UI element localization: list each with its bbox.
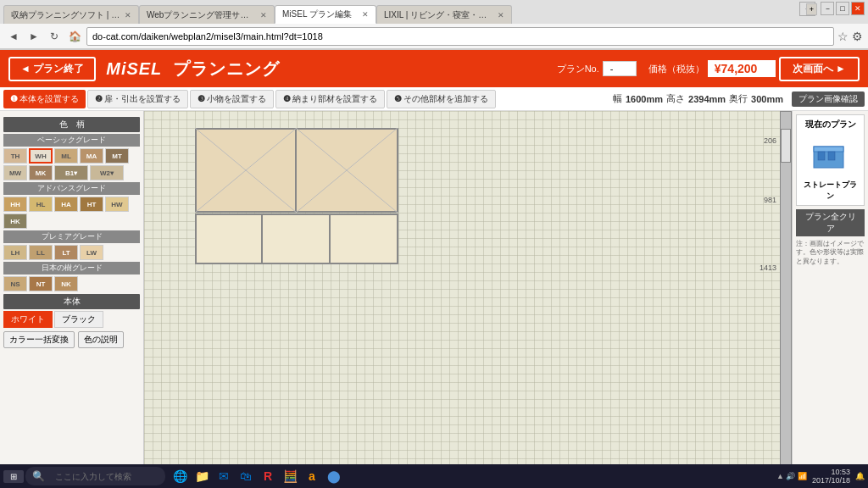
chip-LT[interactable]: LT <box>54 245 78 260</box>
tab-3-close[interactable]: ✕ <box>362 10 369 19</box>
body-tab-white[interactable]: ホワイト <box>3 311 53 328</box>
new-tab-btn[interactable]: + <box>806 3 817 15</box>
step-3[interactable]: ❸ 小物を設置する <box>190 90 274 108</box>
chip-MK[interactable]: MK <box>29 165 53 180</box>
chip-NS[interactable]: NS <box>3 276 27 291</box>
plan-image-button[interactable]: プラン画像確認 <box>792 92 865 107</box>
unit-bot-3[interactable] <box>331 214 398 264</box>
maximize-button[interactable]: □ <box>836 2 849 15</box>
chip-MA[interactable]: MA <box>80 148 103 164</box>
tab-4[interactable]: LIXIL | リビング・寝室・居室 ✕ <box>376 5 512 24</box>
taskbar: ⊞ 🔍 🌐 📁 ✉ 🛍 R 🧮 a ⬤ ▲ 🔊 📶 10:53 2017/10/… <box>0 464 868 488</box>
label-981: 981 <box>764 196 776 204</box>
unit-top-right[interactable] <box>297 128 398 213</box>
tab-4-close[interactable]: ✕ <box>498 11 504 19</box>
notification-icon[interactable]: 🔔 <box>855 472 865 480</box>
step-5[interactable]: ❺ その他部材を追加する <box>387 90 496 108</box>
scrollbar-vertical[interactable] <box>780 111 792 488</box>
star-icon[interactable]: ☆ <box>837 30 849 43</box>
step-2[interactable]: ❷ 扉・引出を設置する <box>87 90 188 108</box>
app-header: ◄ プラン終了 MiSEL プランニング プランNo. - 価格（税抜） ¥74… <box>0 50 868 87</box>
taskbar-icon-mail[interactable]: ✉ <box>214 467 233 485</box>
advance-grade-title: アドバンスグレード <box>3 182 140 195</box>
tab-1-close[interactable]: ✕ <box>125 11 131 19</box>
chip-WH[interactable]: WH <box>29 148 53 164</box>
tab-1[interactable]: 収納プランニングソフト | Pr... ✕ <box>3 5 139 24</box>
address-bar: ◄ ► ↻ 🏠 ☆ ⚙ <box>0 24 868 49</box>
chip-MW[interactable]: MW <box>3 165 27 180</box>
unit-bot-1[interactable] <box>195 214 263 264</box>
chip-HW[interactable]: HW <box>105 197 129 212</box>
unit-bot-2[interactable] <box>263 214 331 264</box>
japan-grade-title: 日本の樹グレード <box>3 262 140 274</box>
chip-NT[interactable]: NT <box>29 276 53 291</box>
minimize-button[interactable]: － <box>821 2 834 15</box>
step-1[interactable]: ❶ 本体を設置する <box>3 90 86 108</box>
taskbar-icon-blue[interactable]: ⬤ <box>325 467 343 485</box>
label-1413: 1413 <box>760 263 776 272</box>
chip-HL[interactable]: HL <box>29 197 53 212</box>
address-input[interactable] <box>86 27 834 46</box>
chip-HK[interactable]: HK <box>3 214 27 229</box>
plan-clear-button[interactable]: プラン全クリア <box>796 209 865 236</box>
tab-2[interactable]: Webプランニング管理サイト ✕ <box>139 5 275 24</box>
chip-LL[interactable]: LL <box>29 245 53 260</box>
chip-LW[interactable]: LW <box>80 245 103 260</box>
chip-ML[interactable]: ML <box>54 148 78 164</box>
chip-HA[interactable]: HA <box>54 197 78 212</box>
taskbar-icon-folder[interactable]: 📁 <box>192 467 211 485</box>
unit-top-left[interactable] <box>195 128 297 213</box>
basic-grade-title: ベーシックグレード <box>3 134 140 147</box>
search-icon: 🔍 <box>32 470 45 482</box>
chip-NK[interactable]: NK <box>54 276 78 291</box>
taskbar-icon-edge[interactable]: 🌐 <box>170 467 189 485</box>
main-content: 色 柄 ベーシックグレード TH WH ML MA MT MW MK B1▾ W… <box>0 111 868 488</box>
refresh-button[interactable]: ↻ <box>46 28 63 45</box>
home-button[interactable]: 🏠 <box>66 28 83 45</box>
forward-button[interactable]: ► <box>25 28 42 45</box>
plan-end-button[interactable]: ◄ プラン終了 <box>8 57 96 81</box>
taskbar-icon-amazon[interactable]: a <box>303 467 321 485</box>
start-button[interactable]: ⊞ <box>3 470 24 483</box>
chip-TH[interactable]: TH <box>3 148 27 164</box>
chip-LH[interactable]: LH <box>3 245 27 260</box>
settings-icon[interactable]: ⚙ <box>852 30 863 43</box>
dim-info: 幅 1600mm 高さ 2394mm 奥行 300mm プラン画像確認 <box>613 92 865 107</box>
chip-B1[interactable]: B1▾ <box>54 165 88 180</box>
scrollbar-v-thumb[interactable] <box>781 129 791 163</box>
plan-type-label: ストレートプラン <box>800 180 860 202</box>
basic-color-grid: TH WH ML MA MT MW MK B1▾ W2▾ <box>3 148 140 180</box>
taskbar-search[interactable] <box>48 467 159 485</box>
chip-MT[interactable]: MT <box>105 148 129 164</box>
advance-color-grid: HH HL HA HT HW HK <box>3 197 140 229</box>
bottom-units <box>195 214 398 264</box>
search-area[interactable]: 🔍 <box>25 467 165 485</box>
tab-3-active[interactable]: MiSEL プラン編集 ✕ <box>275 5 376 24</box>
canvas-area[interactable]: 206 981 1413 574 800 3822 <box>144 111 792 488</box>
step-4[interactable]: ❹ 納まり部材を設置する <box>275 90 385 108</box>
current-plan-label: 現在のプラン <box>800 119 860 130</box>
color-explain-btn[interactable]: 色の説明 <box>78 331 124 348</box>
tab-bar: 収納プランニングソフト | Pr... ✕ Webプランニング管理サイト ✕ M… <box>0 0 868 24</box>
right-panel: 現在のプラン ストレートプラン プラン全クリア 注：画面はイメージです。色や形状… <box>792 111 868 488</box>
premium-color-grid: LH LL LT LW <box>3 245 140 260</box>
taskbar-right: ▲ 🔊 📶 10:53 2017/10/18 🔔 <box>776 468 865 485</box>
body-section-title: 本体 <box>3 294 140 309</box>
taskbar-icon-calc[interactable]: 🧮 <box>281 467 299 485</box>
taskbar-icon-r[interactable]: R <box>259 467 277 485</box>
label-206: 206 <box>764 136 776 145</box>
chip-HT[interactable]: HT <box>80 197 103 212</box>
top-units <box>195 128 398 213</box>
svg-rect-6 <box>818 152 825 160</box>
tab-2-close[interactable]: ✕ <box>260 11 267 19</box>
chip-W2[interactable]: W2▾ <box>90 165 124 180</box>
close-button[interactable]: ✕ <box>851 2 865 15</box>
next-button[interactable]: 次画面へ ► <box>779 57 860 81</box>
browser-chrome: 収納プランニングソフト | Pr... ✕ Webプランニング管理サイト ✕ M… <box>0 0 868 50</box>
taskbar-icon-store[interactable]: 🛍 <box>236 467 255 485</box>
color-bulk-btn[interactable]: カラー一括変換 <box>3 331 75 348</box>
chip-HH[interactable]: HH <box>3 197 27 212</box>
back-button[interactable]: ◄ <box>5 28 22 45</box>
color-buttons: カラー一括変換 色の説明 <box>3 331 140 348</box>
body-tab-black[interactable]: ブラック <box>54 311 103 328</box>
